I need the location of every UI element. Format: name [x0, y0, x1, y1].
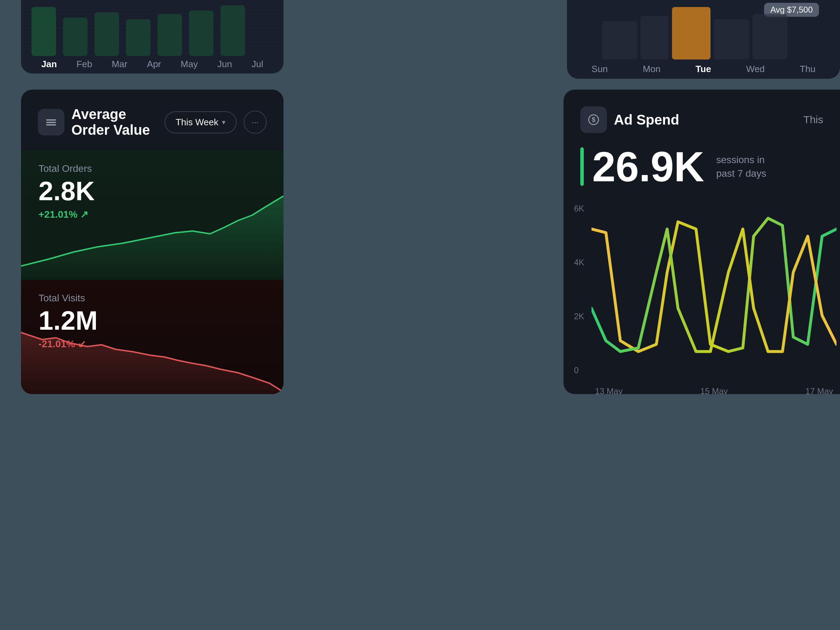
svg-rect-13: [714, 19, 749, 60]
period-partial-label: This: [803, 114, 823, 126]
day-labels: Sun Mon Tue Wed Thu: [567, 61, 840, 79]
svg-rect-2: [95, 12, 119, 56]
total-orders-change: +21.01% ↗: [38, 208, 95, 220]
svg-text:$: $: [592, 116, 595, 123]
x-label-17may: 17 May: [805, 387, 833, 394]
day-mon: Mon: [643, 64, 661, 74]
x-label-13may: 13 May: [595, 387, 623, 394]
green-accent-bar: [580, 147, 584, 186]
more-options-button[interactable]: ···: [243, 111, 267, 134]
period-selector-button[interactable]: This Week ▾: [164, 111, 237, 133]
svg-rect-0: [32, 7, 56, 56]
sessions-description: sessions inpast 7 days: [716, 153, 766, 180]
svg-rect-15: [46, 119, 56, 121]
avg-order-icon-box: [38, 109, 65, 136]
month-apr: Apr: [147, 59, 161, 69]
y-label-4k: 4K: [574, 257, 584, 267]
total-visits-change: -21.01% ↙: [38, 338, 98, 350]
month-may: May: [181, 59, 198, 69]
total-visits-label: Total Visits: [38, 293, 98, 304]
svg-rect-4: [158, 14, 182, 56]
y-label-6k: 6K: [574, 204, 584, 213]
y-label-2k: 2K: [574, 311, 584, 321]
total-orders-label: Total Orders: [38, 163, 95, 174]
ad-spend-chart-area: 6K 4K 2K 0: [564, 200, 840, 394]
total-visits-chart-section: Total Visits 1.2M -21.01% ↙: [21, 280, 284, 394]
month-jan: Jan: [41, 59, 57, 69]
svg-rect-14: [753, 14, 788, 60]
top-left-chart-card: Jan Feb Mar Apr May Jun Jul: [21, 0, 284, 74]
dollar-icon: $: [587, 114, 600, 126]
ad-spend-header: $ Ad Spend This: [564, 90, 840, 140]
svg-rect-1: [63, 17, 87, 56]
period-label: This Week: [176, 117, 218, 128]
total-orders-chart-section: Total Orders 2.8K +21.01% ↗: [21, 150, 284, 280]
svg-rect-11: [602, 21, 637, 60]
top-right-chart-card: Avg $7,500 Sun Mon Tue Wed Thu: [567, 0, 840, 79]
x-axis: 13 May 15 May 17 May: [595, 387, 833, 394]
svg-rect-5: [189, 11, 213, 56]
total-orders-value: 2.8K: [38, 178, 95, 204]
month-jun: Jun: [217, 59, 232, 69]
y-axis: 6K 4K 2K 0: [574, 200, 584, 375]
sessions-row: 26.9K sessions inpast 7 days: [564, 140, 840, 200]
bar-chart-svg: [21, 0, 284, 56]
svg-rect-16: [46, 122, 56, 123]
avg-order-header: Average Order Value This Week ▾ ···: [21, 90, 284, 150]
total-visits-value: 1.2M: [38, 307, 98, 334]
day-tue: Tue: [695, 64, 711, 74]
month-feb: Feb: [77, 59, 92, 69]
svg-rect-12: [641, 16, 668, 60]
chevron-down-icon: ▾: [222, 118, 226, 126]
avg-order-card: Average Order Value This Week ▾ ··· Tota…: [21, 90, 284, 394]
month-labels: Jan Feb Mar Apr May Jun Jul: [21, 56, 284, 74]
ad-spend-line-chart-svg: [592, 200, 837, 377]
ad-spend-title: Ad Spend: [614, 112, 796, 128]
svg-rect-3: [126, 19, 150, 56]
total-orders-stats: Total Orders 2.8K +21.01% ↗: [38, 163, 95, 220]
total-visits-stats: Total Visits 1.2M -21.01% ↙: [38, 293, 98, 350]
svg-rect-17: [46, 124, 56, 126]
ad-spend-icon-box: $: [580, 106, 607, 133]
svg-rect-10: [672, 7, 711, 60]
top-right-chart-area: [567, 0, 840, 60]
day-thu: Thu: [800, 64, 815, 74]
x-label-15may: 15 May: [700, 387, 728, 394]
svg-rect-6: [221, 5, 245, 56]
top-right-bar-svg: [567, 0, 840, 60]
ellipsis-icon: ···: [252, 117, 259, 127]
month-jul: Jul: [252, 59, 263, 69]
sessions-value: 26.9K: [592, 145, 704, 188]
menu-icon: [45, 116, 57, 128]
day-wed: Wed: [746, 64, 765, 74]
y-label-0: 0: [574, 365, 584, 375]
ad-spend-card: $ Ad Spend This 26.9K sessions inpast 7 …: [564, 90, 840, 394]
bar-chart-area: [21, 0, 284, 56]
day-sun: Sun: [592, 64, 608, 74]
month-mar: Mar: [112, 59, 127, 69]
avg-order-title: Average Order Value: [71, 106, 158, 138]
